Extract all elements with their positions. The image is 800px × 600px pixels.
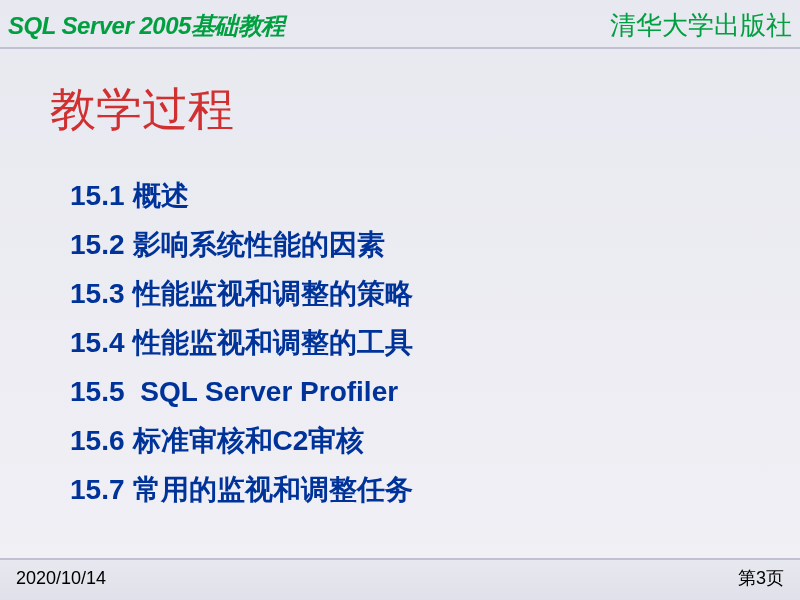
- toc-item: 15.6标准审核和C2审核: [70, 416, 750, 465]
- toc-item: 15.4性能监视和调整的工具: [70, 318, 750, 367]
- footer-page-number: 第3页: [738, 566, 784, 590]
- slide-content: 教学过程 15.1概述 15.2影响系统性能的因素 15.3性能监视和调整的策略…: [0, 49, 800, 534]
- toc-item: 15.3性能监视和调整的策略: [70, 269, 750, 318]
- toc-item: 15.2影响系统性能的因素: [70, 220, 750, 269]
- toc-item: 15.7常用的监视和调整任务: [70, 465, 750, 514]
- toc-item: 15.1概述: [70, 171, 750, 220]
- section-label: 标准审核和C2审核: [133, 425, 365, 456]
- section-number: 15.6: [70, 425, 125, 456]
- section-label: 概述: [133, 180, 189, 211]
- slide-header: SQL Server 2005基础教程 清华大学出版社: [0, 0, 800, 49]
- section-label: 影响系统性能的因素: [133, 229, 385, 260]
- section-number: 15.1: [70, 180, 125, 211]
- course-title: SQL Server 2005基础教程: [8, 10, 285, 42]
- table-of-contents: 15.1概述 15.2影响系统性能的因素 15.3性能监视和调整的策略 15.4…: [50, 171, 750, 514]
- section-number: 15.3: [70, 278, 125, 309]
- slide-title: 教学过程: [50, 79, 750, 141]
- publisher: 清华大学出版社: [610, 8, 792, 43]
- footer-date: 2020/10/14: [16, 568, 106, 589]
- section-label: SQL Server Profiler: [133, 376, 399, 407]
- slide-footer: 2020/10/14 第3页: [0, 558, 800, 600]
- toc-item: 15.5 SQL Server Profiler: [70, 367, 750, 416]
- section-number: 15.4: [70, 327, 125, 358]
- section-label: 性能监视和调整的策略: [133, 278, 413, 309]
- section-number: 15.2: [70, 229, 125, 260]
- section-label: 常用的监视和调整任务: [133, 474, 413, 505]
- section-number: 15.5: [70, 376, 125, 407]
- section-label: 性能监视和调整的工具: [133, 327, 413, 358]
- section-number: 15.7: [70, 474, 125, 505]
